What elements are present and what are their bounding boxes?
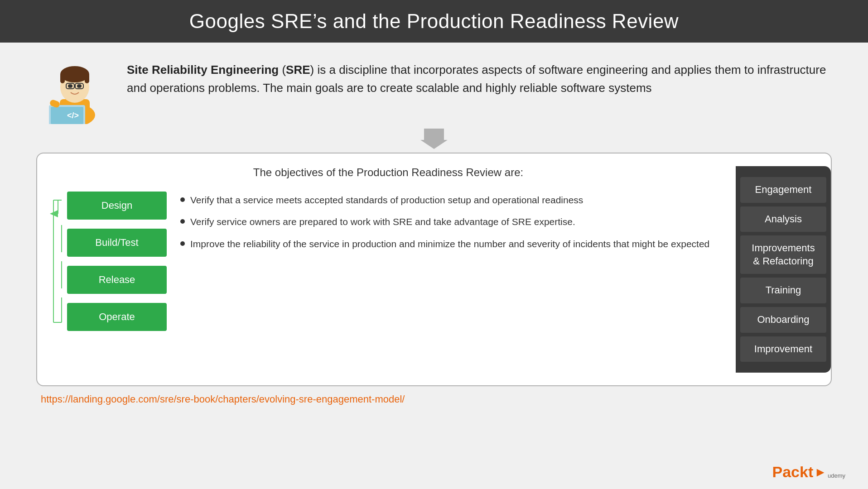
down-arrow bbox=[36, 129, 832, 149]
lifecycle-wrapper: Design Build/Test Release Operate bbox=[50, 189, 167, 334]
lifecycle-release: Release bbox=[67, 266, 167, 294]
top-section: </> Site Reliability Engineering (SRE) i… bbox=[36, 56, 832, 124]
lifecycle-and-bullets: Design Build/Test Release Operate bbox=[50, 189, 727, 334]
sre-title-bold: Site Reliability Engineering bbox=[127, 63, 279, 77]
bullet-dot-2 bbox=[180, 219, 185, 224]
sre-link[interactable]: https://landing.google.com/sre/sre-book/… bbox=[41, 393, 405, 405]
stage-improvement: Improvement bbox=[740, 336, 826, 362]
right-stages: Engagement Analysis Improvements & Refac… bbox=[736, 166, 831, 373]
sre-acronym-bold: SRE bbox=[286, 63, 310, 77]
avatar: </> bbox=[36, 56, 113, 124]
packt-logo: Packt ► udemy bbox=[772, 463, 845, 481]
stage-improvements: Improvements & Refactoring bbox=[740, 235, 826, 274]
stage-analysis: Analysis bbox=[740, 206, 826, 232]
lifecycle-operate: Operate bbox=[67, 303, 167, 331]
bullet-dot-3 bbox=[180, 241, 185, 246]
bullet-item-3: Improve the reliability of the service i… bbox=[180, 237, 727, 251]
bullet-item-2: Verify service owners are prepared to wo… bbox=[180, 215, 727, 229]
svg-rect-5 bbox=[60, 73, 65, 83]
description-text: Site Reliability Engineering (SRE) is a … bbox=[127, 56, 832, 97]
lifecycle-bracket-icon bbox=[50, 191, 63, 331]
lifecycle-buildtest: Build/Test bbox=[67, 229, 167, 257]
lifecycle-design: Design bbox=[67, 192, 167, 220]
stage-onboarding: Onboarding bbox=[740, 307, 826, 333]
packt-text: Packt bbox=[772, 463, 814, 481]
page-title: Googles SRE’s and the Production Readine… bbox=[18, 10, 850, 33]
packt-sub: udemy bbox=[828, 472, 845, 479]
svg-marker-17 bbox=[420, 129, 448, 149]
bullet-dot-1 bbox=[180, 197, 185, 202]
objectives-title: The objectives of the Production Readine… bbox=[50, 166, 727, 179]
svg-rect-8 bbox=[77, 84, 82, 88]
main-box: The objectives of the Production Readine… bbox=[36, 153, 832, 386]
bullet-item-1: Verify that a service meets accepted sta… bbox=[180, 193, 727, 207]
stage-engagement: Engagement bbox=[740, 177, 826, 203]
packt-arrow-icon: ► bbox=[814, 465, 827, 479]
svg-text:</>: </> bbox=[67, 111, 79, 120]
footer: https://landing.google.com/sre/sre-book/… bbox=[36, 393, 832, 405]
svg-rect-6 bbox=[85, 73, 89, 83]
header: Googles SRE’s and the Production Readine… bbox=[0, 0, 868, 43]
bullets-list: Verify that a service meets accepted sta… bbox=[180, 189, 727, 251]
svg-rect-7 bbox=[68, 84, 72, 88]
lifecycle-items: Design Build/Test Release Operate bbox=[67, 189, 167, 334]
stage-training: Training bbox=[740, 278, 826, 303]
main-content: </> Site Reliability Engineering (SRE) i… bbox=[0, 43, 868, 414]
left-content: The objectives of the Production Readine… bbox=[50, 166, 736, 373]
